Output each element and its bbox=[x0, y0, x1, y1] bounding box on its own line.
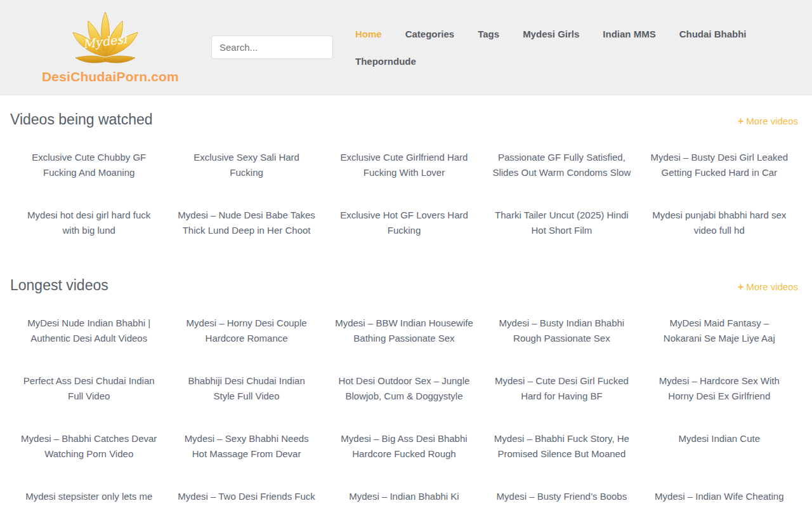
video-title-link[interactable]: Tharki Tailer Uncut (2025) Hindi Hot Sho… bbox=[483, 208, 640, 238]
video-title-link[interactable]: Exclusive Sexy Sali Hard Fucking bbox=[167, 150, 325, 180]
video-title-link[interactable]: Exclusive Hot GF Lovers Hard Fucking bbox=[325, 208, 483, 238]
video-title-link[interactable]: Mydesi – Busty Desi Girl Leaked Getting … bbox=[641, 150, 798, 180]
section-header: Longest videos+More videos bbox=[10, 275, 798, 295]
site-logo[interactable]: Mydesi DesiChudaiPorn.com bbox=[42, 11, 169, 84]
more-videos-link[interactable]: +More videos bbox=[738, 116, 798, 127]
video-title-link[interactable]: Mydesi – BBW Indian Housewife Bathing Pa… bbox=[325, 316, 483, 346]
video-title-link[interactable]: Mydesi – Sexy Bhabhi Needs Hot Massage F… bbox=[167, 431, 325, 462]
nav-item-theporndude[interactable]: Theporndude bbox=[355, 56, 416, 67]
site-header: Mydesi DesiChudaiPorn.com HomeCategories… bbox=[0, 0, 812, 95]
section-title: Longest videos bbox=[10, 275, 108, 295]
video-title-link[interactable]: Mydesi – Bhabhi Fuck Story, He Promised … bbox=[483, 431, 640, 462]
video-title-link[interactable]: Perfect Ass Desi Chudai Indian Full Vide… bbox=[10, 373, 167, 404]
video-title-link[interactable]: Mydesi hot desi girl hard fuck with big … bbox=[10, 208, 167, 238]
video-title-link[interactable]: Mydesi – Nude Desi Babe Takes Thick Lund… bbox=[167, 208, 325, 238]
section-longest-videos: Longest videos+More videosMyDesi Nude In… bbox=[10, 275, 798, 508]
video-title-link[interactable]: Mydesi – Two Desi Friends Fuck Horny Mai… bbox=[167, 489, 325, 508]
main-nav: HomeCategoriesTagsMydesi GirlsIndian MMS… bbox=[355, 29, 799, 67]
nav-item-indian-mms[interactable]: Indian MMS bbox=[603, 29, 655, 39]
video-title-link[interactable]: Exclusive Cute Chubby GF Fucking And Moa… bbox=[10, 150, 167, 180]
video-title-link[interactable]: Mydesi Indian Cute bbox=[641, 431, 798, 462]
video-title-link[interactable]: Mydesi stepsister only lets me touch her… bbox=[10, 489, 167, 508]
nav-item-tags[interactable]: Tags bbox=[478, 29, 499, 39]
video-title-link[interactable]: Mydesi – Indian Bhabhi Ki Zabardast Chud… bbox=[325, 489, 483, 508]
video-title-link[interactable]: Mydesi – Cute Desi Girl Fucked Hard for … bbox=[483, 373, 640, 404]
video-title-link[interactable]: Bhabhiji Desi Chudai Indian Style Full V… bbox=[167, 373, 325, 404]
video-grid: MyDesi Nude Indian Bhabhi | Authentic De… bbox=[10, 316, 798, 508]
video-title-link[interactable]: MyDesi Nude Indian Bhabhi | Authentic De… bbox=[10, 316, 167, 346]
nav-item-home[interactable]: Home bbox=[355, 29, 382, 39]
video-title-link[interactable]: Mydesi punjabi bhabhi hard sex video ful… bbox=[641, 208, 798, 238]
more-videos-link[interactable]: +More videos bbox=[738, 281, 798, 293]
section-videos-being-watched: Videos being watched+More videosExclusiv… bbox=[10, 109, 798, 238]
plus-icon: + bbox=[738, 281, 743, 292]
plus-icon: + bbox=[738, 116, 743, 126]
nav-item-mydesi-girls[interactable]: Mydesi Girls bbox=[523, 29, 579, 39]
section-title: Videos being watched bbox=[10, 109, 153, 130]
video-title-link[interactable]: Passionate GF Fully Satisfied, Slides Ou… bbox=[483, 150, 640, 180]
video-title-link[interactable]: Mydesi – Indian Wife Cheating with Neigh… bbox=[641, 489, 798, 508]
main-content: Videos being watched+More videosExclusiv… bbox=[0, 95, 812, 508]
nav-item-categories[interactable]: Categories bbox=[405, 29, 455, 39]
video-title-link[interactable]: Mydesi – Big Ass Desi Bhabhi Hardcore Fu… bbox=[325, 431, 483, 462]
lotus-logo-icon: Mydesi bbox=[70, 11, 140, 67]
video-grid: Exclusive Cute Chubby GF Fucking And Moa… bbox=[10, 150, 798, 238]
video-title-link[interactable]: Hot Desi Outdoor Sex – Jungle Blowjob, C… bbox=[325, 373, 483, 404]
video-title-link[interactable]: Mydesi – Hardcore Sex With Horny Desi Ex… bbox=[641, 373, 798, 404]
search-input[interactable] bbox=[212, 42, 333, 53]
video-title-link[interactable]: Exclusive Cute Girlfriend Hard Fucking W… bbox=[325, 150, 483, 180]
search-box bbox=[211, 36, 333, 59]
site-name: DesiChudaiPorn.com bbox=[42, 69, 169, 84]
video-title-link[interactable]: Mydesi – Horny Desi Couple Hardcore Roma… bbox=[167, 316, 325, 346]
video-title-link[interactable]: Mydesi – Busty Friend’s Boobs and Bum To… bbox=[483, 489, 640, 508]
video-title-link[interactable]: Mydesi – Bhabhi Catches Devar Watching P… bbox=[10, 431, 167, 462]
video-title-link[interactable]: Mydesi – Busty Indian Bhabhi Rough Passi… bbox=[483, 316, 640, 346]
video-title-link[interactable]: MyDesi Maid Fantasy – Nokarani Se Maje L… bbox=[641, 316, 798, 346]
nav-item-chudai-bhabhi[interactable]: Chudai Bhabhi bbox=[679, 29, 747, 39]
section-header: Videos being watched+More videos bbox=[10, 109, 798, 130]
